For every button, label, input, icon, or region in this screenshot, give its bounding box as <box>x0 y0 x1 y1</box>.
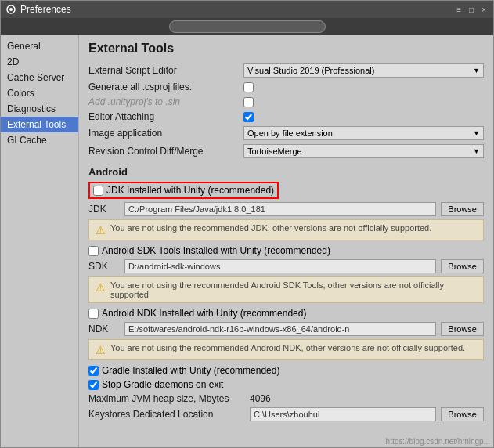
unityproj-row: Add .unityproj's to .sln <box>88 96 484 107</box>
svg-point-1 <box>9 8 13 11</box>
image-app-dropdown[interactable]: Open by file extension ▼ <box>243 126 484 140</box>
stop-gradle-checkbox[interactable] <box>88 380 99 390</box>
maximize-icon[interactable]: □ <box>467 5 476 14</box>
sidebar-item-general[interactable]: General <box>1 38 78 54</box>
keystore-path-input[interactable] <box>250 407 436 421</box>
sdk-browse-button[interactable]: Browse <box>441 259 484 273</box>
keystore-row: Keystores Dedicated Location Browse <box>88 407 484 421</box>
sidebar-item-colors[interactable]: Colors <box>1 85 78 101</box>
gradle-recommended-checkbox[interactable] <box>88 366 99 376</box>
jdk-warning-icon: ⚠ <box>96 224 106 237</box>
ndk-browse-button[interactable]: Browse <box>441 322 484 336</box>
sidebar-item-diagnostics[interactable]: Diagnostics <box>1 101 78 117</box>
ndk-label: NDK <box>88 323 120 334</box>
csproj-row: Generate all .csproj files. <box>88 81 484 92</box>
content-area: External Tools External Script Editor Vi… <box>79 35 493 447</box>
sdk-path-row: SDK Browse <box>88 259 484 273</box>
revision-value: TortoiseMerge <box>247 146 302 156</box>
image-app-row: Image application Open by file extension… <box>88 126 484 140</box>
jdk-warning-box: ⚠ You are not using the recommended JDK,… <box>88 219 484 240</box>
ndk-warning-box: ⚠ You are not using the recommended Andr… <box>88 339 484 360</box>
jdk-browse-button[interactable]: Browse <box>441 202 484 216</box>
page-title: External Tools <box>88 42 484 56</box>
jdk-path-row: JDK Browse <box>88 202 484 216</box>
window-title: Preferences <box>20 4 71 15</box>
jdk-path-input[interactable] <box>124 202 436 216</box>
android-title: Android <box>88 166 484 178</box>
unityproj-checkbox[interactable] <box>243 97 254 107</box>
sdk-warning-icon: ⚠ <box>96 281 106 294</box>
ndk-recommended-checkbox[interactable] <box>88 309 99 319</box>
title-controls: ≡ □ × <box>454 5 489 14</box>
stop-gradle-label: Stop Gradle daemons on exit <box>102 379 223 390</box>
sdk-label: SDK <box>88 261 120 272</box>
revision-row: Revision Control Diff/Merge TortoiseMerg… <box>88 144 484 158</box>
jdk-recommended-label: JDK Installed with Unity (recommended) <box>106 185 274 196</box>
editor-attaching-label: Editor Attaching <box>88 111 237 122</box>
keystore-label: Keystores Dedicated Location <box>88 409 245 420</box>
revision-dropdown[interactable]: TortoiseMerge ▼ <box>243 144 484 158</box>
ndk-path-row: NDK Browse <box>88 322 484 336</box>
sdk-warning-text: You are not using the recommended Androi… <box>110 280 477 299</box>
image-app-value: Open by file extension <box>247 128 333 138</box>
sidebar-item-cache-server[interactable]: Cache Server <box>1 70 78 85</box>
script-editor-value: Visual Studio 2019 (Professional) <box>247 66 374 75</box>
ndk-warning-text: You are not using the recommended Androi… <box>110 343 465 352</box>
image-app-label: Image application <box>88 128 237 139</box>
preferences-icon <box>5 4 16 15</box>
ndk-recommended-row: Android NDK Installed with Unity (recomm… <box>88 308 484 319</box>
csproj-checkbox[interactable] <box>243 82 254 92</box>
sdk-recommended-checkbox[interactable] <box>88 246 99 256</box>
script-editor-dropdown[interactable]: Visual Studio 2019 (Professional) ▼ <box>243 63 484 78</box>
script-editor-row: External Script Editor Visual Studio 201… <box>88 63 484 78</box>
sidebar-item-gi-cache[interactable]: GI Cache <box>1 132 78 148</box>
search-bar <box>1 18 493 35</box>
jvm-heap-value: 4096 <box>250 393 271 404</box>
script-editor-arrow: ▼ <box>473 67 480 74</box>
ndk-path-input[interactable] <box>124 322 436 336</box>
gradle-recommended-row: Gradle Installed with Unity (recommended… <box>88 365 484 376</box>
ndk-recommended-label: Android NDK Installed with Unity (recomm… <box>102 308 306 319</box>
title-bar: Preferences ≡ □ × <box>1 1 493 18</box>
script-editor-label: External Script Editor <box>88 65 237 76</box>
revision-label: Revision Control Diff/Merge <box>88 146 237 157</box>
jvm-heap-row: Maximum JVM heap size, Mbytes 4096 <box>88 393 484 404</box>
sdk-recommended-label: Android SDK Tools Installed with Unity (… <box>102 245 330 256</box>
jdk-warning-text: You are not using the recommended JDK, o… <box>110 223 431 233</box>
jdk-label: JDK <box>88 204 120 215</box>
close-icon[interactable]: × <box>479 5 489 14</box>
sidebar-item-2d[interactable]: 2D <box>1 54 78 70</box>
jdk-recommended-row: JDK Installed with Unity (recommended) <box>88 182 484 199</box>
ndk-warning-icon: ⚠ <box>96 344 106 356</box>
sidebar: General 2D Cache Server Colors Diagnosti… <box>1 35 79 447</box>
unityproj-label: Add .unityproj's to .sln <box>88 96 237 107</box>
jdk-recommended-box: JDK Installed with Unity (recommended) <box>88 182 279 199</box>
jvm-heap-label: Maximum JVM heap size, Mbytes <box>88 393 245 404</box>
jdk-recommended-checkbox[interactable] <box>93 186 103 196</box>
csproj-label: Generate all .csproj files. <box>88 81 237 92</box>
title-bar-left: Preferences <box>5 4 71 15</box>
sdk-warning-box: ⚠ You are not using the recommended Andr… <box>88 276 484 303</box>
preferences-window: Preferences ≡ □ × General 2D Cache Serve… <box>0 0 494 448</box>
keystore-browse-button[interactable]: Browse <box>441 407 484 421</box>
main-content: General 2D Cache Server Colors Diagnosti… <box>1 35 493 447</box>
watermark: https://blog.csdn.net/hmingp... <box>384 436 492 446</box>
sdk-recommended-row: Android SDK Tools Installed with Unity (… <box>88 245 484 256</box>
android-section: Android JDK Installed with Unity (recomm… <box>88 166 484 421</box>
image-app-arrow: ▼ <box>473 129 480 137</box>
revision-arrow: ▼ <box>473 147 480 155</box>
search-input[interactable] <box>169 20 326 33</box>
stop-gradle-row: Stop Gradle daemons on exit <box>88 379 484 390</box>
sidebar-item-external-tools[interactable]: External Tools <box>1 117 78 132</box>
menu-icon[interactable]: ≡ <box>454 5 463 14</box>
sdk-path-input[interactable] <box>124 259 436 273</box>
gradle-recommended-label: Gradle Installed with Unity (recommended… <box>102 365 279 376</box>
editor-attaching-row: Editor Attaching <box>88 111 484 122</box>
editor-attaching-checkbox[interactable] <box>243 112 254 122</box>
